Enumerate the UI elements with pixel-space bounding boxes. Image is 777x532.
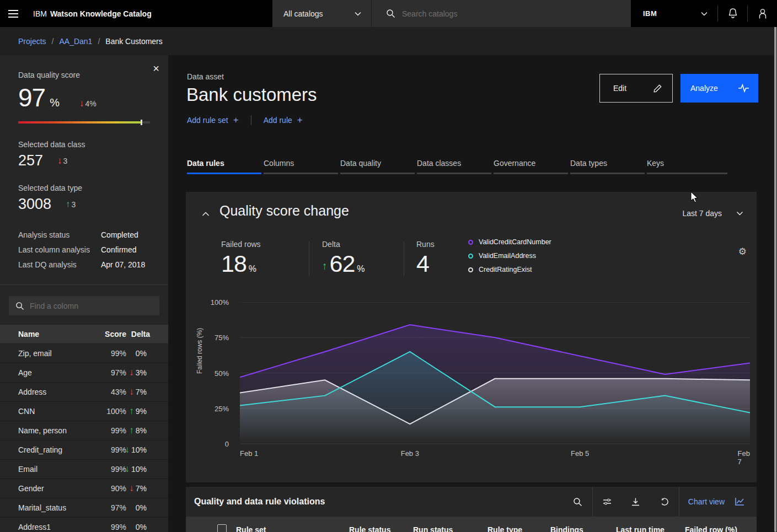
data-class-delta: ↓ 3 — [57, 155, 67, 166]
menu-icon[interactable] — [0, 0, 26, 27]
column-name: Gender — [18, 484, 91, 493]
tab-data-types[interactable]: Data types — [570, 155, 647, 174]
search-icon[interactable] — [564, 487, 592, 517]
close-icon[interactable]: × — [153, 63, 159, 74]
column-name: Marital_status — [18, 503, 91, 512]
chevron-down-icon — [736, 211, 743, 216]
violations-toolbar: Chart view — [564, 487, 757, 517]
y-tick: 50% — [196, 369, 229, 377]
legend-item[interactable]: ValidEmailAddress — [468, 252, 551, 260]
data-class-label: Selected data class — [18, 140, 157, 149]
table-row[interactable]: Gender90%↓7% — [0, 479, 168, 498]
column-name: CNN — [18, 407, 91, 416]
table-row[interactable]: Email99%↓10% — [0, 459, 168, 479]
arrow-down-icon: ↓ — [125, 444, 130, 455]
filter-icon[interactable] — [593, 487, 621, 517]
tab-data-classes[interactable]: Data classes — [417, 155, 494, 174]
scrollbar-track[interactable] — [774, 0, 777, 532]
column-score: 99% — [91, 349, 126, 358]
page-title: Bank customers — [186, 84, 317, 105]
table-row[interactable]: Marital_status97%0% — [0, 498, 168, 517]
table-row[interactable]: Age97%↓3% — [0, 363, 168, 382]
find-column-input[interactable] — [30, 302, 140, 310]
table-row[interactable]: Credit_rating99%↓10% — [0, 440, 168, 459]
column-delta: 0% — [126, 349, 168, 358]
line-chart — [240, 302, 750, 447]
column-name: Email — [18, 465, 91, 474]
arrow-down-icon: ↓ — [79, 98, 84, 109]
reset-icon[interactable] — [650, 487, 679, 517]
column-delta: 0% — [126, 523, 168, 531]
analyze-button[interactable]: Analyze — [680, 74, 758, 103]
collapse-icon[interactable] — [199, 207, 212, 221]
table-row[interactable]: Address199%0% — [0, 517, 168, 532]
breadcrumb-link-projects[interactable]: Projects — [18, 37, 46, 46]
legend-item[interactable]: CreditRatingExist — [468, 266, 551, 273]
violations-header-failed-row-: Failed row (%) — [685, 525, 737, 532]
legend-dot-icon — [468, 267, 473, 272]
legend-item[interactable]: ValidCreditCardNumber — [468, 238, 551, 246]
gear-icon[interactable]: ⚙ — [738, 246, 747, 257]
activity-icon — [738, 83, 749, 93]
table-row[interactable]: Address43%↓7% — [0, 382, 168, 401]
table-row[interactable]: Zip, email99%0% — [0, 343, 168, 363]
catalog-selector[interactable]: All catalogs — [272, 0, 372, 27]
top-nav: IBM Watson Knowledge Catalog All catalog… — [0, 0, 777, 27]
analysis-status-list: Analysis status Completed Last column an… — [18, 230, 157, 269]
pencil-icon — [653, 84, 662, 93]
quality-score-label: Data quality score — [18, 71, 157, 79]
search-input[interactable] — [402, 9, 601, 18]
tab-keys[interactable]: Keys — [647, 155, 730, 174]
chart-view-toggle[interactable]: Chart view — [679, 487, 757, 517]
breadcrumb-link-project[interactable]: AA_Dan1 — [59, 37, 92, 46]
column-delta: ↓7% — [126, 483, 168, 494]
catalog-search — [372, 0, 633, 27]
account-label: IBM — [643, 9, 657, 18]
column-name: Address1 — [18, 523, 91, 531]
app-window: IBM Watson Knowledge Catalog All catalog… — [0, 0, 777, 532]
quality-score-delta: ↓ 4% — [79, 98, 97, 109]
tab-columns[interactable]: Columns — [264, 155, 340, 174]
table-row[interactable]: CNN100%↑9% — [0, 401, 168, 421]
edit-button[interactable]: Edit — [599, 74, 673, 103]
asset-eyebrow: Data asset — [187, 72, 224, 81]
violations-header-rule-type: Rule type — [487, 525, 522, 532]
column-score: 99% — [91, 465, 126, 474]
header-name: Name — [18, 330, 91, 338]
table-header: Name Score Delta — [0, 325, 168, 343]
status-label: Last DQ analysis — [18, 260, 101, 269]
column-score-table-body: Zip, email99%0%Age97%↓3%Address43%↓7%CNN… — [0, 343, 168, 532]
notifications-button[interactable] — [718, 0, 747, 27]
time-range-selector[interactable]: Last 7 days — [682, 209, 743, 218]
x-tick: Feb 5 — [571, 449, 589, 458]
data-type-value: 3008 ↑ 3 — [18, 196, 157, 213]
user-icon — [757, 8, 768, 19]
scrollbar-thumb[interactable] — [774, 0, 776, 532]
column-score: 43% — [91, 388, 126, 396]
table-row[interactable]: Name, person99%↑8% — [0, 421, 168, 440]
column-score: 90% — [91, 484, 126, 493]
data-class-value: 257 ↓ 3 — [18, 152, 157, 169]
plus-icon: + — [233, 115, 239, 126]
add-rule-link[interactable]: Add rule + — [264, 115, 303, 126]
divider — [309, 241, 309, 276]
arrow-up-icon: ↑ — [129, 425, 134, 436]
data-type-delta: ↑ 3 — [66, 199, 76, 210]
tab-governance[interactable]: Governance — [494, 155, 570, 174]
column-name: Zip, email — [18, 349, 91, 358]
violations-title: Quality and data rule violations — [194, 497, 325, 507]
account-selector[interactable]: IBM — [631, 0, 717, 27]
tab-data-quality[interactable]: Data quality — [340, 155, 417, 174]
x-tick: Feb 1 — [240, 449, 258, 458]
download-icon[interactable] — [621, 487, 650, 517]
data-quality-sidebar: × Data quality score 97% ↓ 4% Selected d… — [0, 55, 168, 532]
profile-button[interactable] — [748, 0, 777, 27]
column-delta: ↓3% — [126, 367, 168, 378]
select-all-checkbox[interactable] — [217, 524, 227, 532]
legend-dot-icon — [468, 240, 473, 245]
column-delta: ↓10% — [126, 464, 168, 475]
add-rule-set-link[interactable]: Add rule set + — [187, 115, 239, 126]
plus-icon: + — [297, 115, 303, 126]
tab-data-rules[interactable]: Data rules — [187, 155, 264, 174]
data-type-label: Selected data type — [18, 184, 157, 192]
